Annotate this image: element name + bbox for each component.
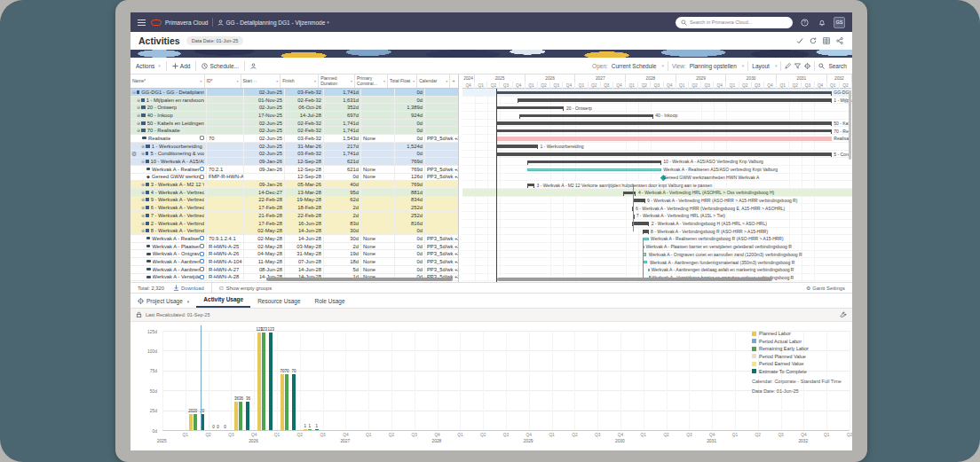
expand-icon[interactable]: ⊕ [141,221,145,226]
expand-icon[interactable]: ⊕ [141,228,145,233]
expand-icon[interactable]: ⊕ [141,144,145,149]
table-horizontal-scrollbar[interactable] [266,278,453,281]
gantt-bar[interactable] [496,137,832,141]
histogram-bar[interactable] [246,402,249,430]
share-icon[interactable] [836,37,843,44]
histogram-bar[interactable] [234,402,238,430]
table-row[interactable]: ⊕9 - Werkvak A - Verbreding H...22-Feb-2… [130,197,459,205]
expand-icon[interactable]: ⊕ [141,182,145,187]
gantt-bar[interactable] [527,168,661,171]
table-row[interactable]: ⊕1 - Werkvoorbereiding02-Jun-2531-Mar-26… [130,143,459,151]
table-row[interactable]: Werkvak A - Realisere...70.9.1.2.4.102-M… [130,235,459,243]
table-row[interactable]: Werkvak A - Aanbren...R-HWN-A-2708-Jun-2… [130,266,459,274]
chat-icon[interactable] [200,136,204,140]
gantt-bar[interactable] [496,153,832,155]
help-button[interactable]: ? [798,16,810,28]
table-row[interactable]: Realisatie7002-Jun-2503-Feb-321,543dNone… [130,135,459,143]
histogram-bar[interactable] [269,333,273,430]
tab-activity-usage[interactable]: Activity Usage [196,294,250,308]
user-avatar[interactable]: GS [834,17,845,28]
table-row[interactable]: ⊖GG-DG1 - GG - Detailplanning DG1 -...02… [130,89,459,97]
expand-icon[interactable]: ⊕ [141,213,145,218]
view-select[interactable]: Planning opstellen [690,63,737,69]
histogram-bar[interactable] [281,374,284,430]
search-icon[interactable] [818,63,825,69]
grid-icon[interactable] [823,37,830,44]
gantt-bar[interactable] [643,238,649,240]
tab-resource-usage[interactable]: Resource Usage [250,295,307,308]
gantt-bar[interactable] [648,269,650,271]
gantt-bar[interactable] [527,161,661,163]
gantt-bar[interactable] [527,184,534,186]
download-button[interactable]: Download [173,285,204,291]
expand-icon[interactable]: ⊕ [137,113,140,118]
gantt-search-label[interactable]: Search [828,63,847,69]
project-context-switcher[interactable]: GG - Detailplanning DG1 - Vijzenmode [225,20,325,26]
global-search-input[interactable]: Search in Primavera Cloud... [676,17,793,28]
chat-icon[interactable] [200,259,204,263]
filter-icon[interactable] [794,63,801,69]
gantt-bar[interactable] [518,98,832,101]
table-row[interactable]: ⊕2 - Werkvak A - Verbindingsb...17-Feb-2… [130,220,459,228]
notifications-button[interactable] [816,16,828,28]
wrench-icon[interactable] [840,311,847,318]
table-row[interactable]: ⊕6 - Werkvak A - Verbreding H...17-Feb-2… [130,204,459,212]
table-row[interactable]: ⊕8 - Werkvak A - Verbindingsb...02-May-2… [130,227,459,235]
gantt-bar[interactable] [643,230,649,232]
row-gear-icon[interactable]: ⚙ [131,151,137,158]
gantt-bar[interactable] [632,222,649,224]
column-header-primary-constrai-[interactable]: Primary Constrai...▾ [355,74,388,88]
baseline-button[interactable] [245,60,262,71]
check-icon[interactable] [796,37,803,44]
column-header-id[interactable]: ID*▾ [205,74,241,88]
table-row[interactable]: Werkvak A - Aanbren...R-HWN-A-10411-May-… [130,258,459,266]
table-row[interactable]: Werkvak A - Realiseren ...70.2.109-Jan-2… [130,166,459,174]
histogram-bar[interactable] [308,429,312,430]
expand-icon[interactable]: ⊕ [137,98,140,103]
histogram-bar[interactable] [257,333,261,430]
table-row[interactable]: ⊕1 - Mijlpalen en randvoorwaarden01-Nov-… [130,97,459,105]
gantt-bar[interactable] [643,253,646,255]
chat-icon[interactable] [200,275,204,279]
gantt-settings-button[interactable]: ⚙Gantt Settings [806,286,845,291]
table-row[interactable]: ⊕20 - Ontwerp02-Jun-2506-Oct-26352d1,389… [130,104,459,112]
chat-icon[interactable] [200,236,204,240]
add-button[interactable]: Add [167,60,196,71]
expand-icon[interactable]: ⊕ [137,121,140,126]
histogram-bar[interactable] [239,402,242,430]
expand-icon[interactable]: ⊕ [137,105,140,110]
table-row[interactable]: ⊕3 - Werkvak A - M2 12 Verko...09-Jan-26… [130,181,459,189]
column-header-start[interactable]: Start ↑↓▾ [241,74,281,88]
tab-project-usage[interactable]: Project Usage▾ [130,295,196,308]
histogram-bar[interactable] [262,333,265,430]
gantt-horizontal-scrollbar[interactable] [497,278,772,281]
expand-icon[interactable]: ⊕ [141,197,145,202]
table-row[interactable]: ⊖10 - Werkvak A - A15/ASO ver...09-Jan-2… [130,158,459,166]
layout-button[interactable]: Layout [752,63,770,69]
refresh-icon[interactable] [810,37,817,44]
table-row[interactable]: Werkvak A - Ontgrav...R-HWN-A-2604-May-2… [130,250,459,258]
table-row[interactable]: ⊕50 - Kabels en Leidingen02-Jun-2502-Feb… [130,120,459,128]
expand-icon[interactable]: ⊕ [137,128,140,133]
table-row[interactable]: ⊕7 - Werkvak A - Verbreding H...21-Feb-2… [130,212,459,220]
column-header-total-float[interactable]: Total Float▾ [388,74,417,88]
expand-icon[interactable]: ⊕ [141,151,145,156]
chat-icon[interactable] [200,267,204,271]
expand-icon[interactable]: ⊖ [132,90,136,95]
schedule-button[interactable]: Schedule... [196,60,244,71]
actions-button[interactable]: Actions▾ [130,60,166,71]
expand-icon[interactable]: ⊕ [141,205,145,210]
table-row[interactable]: Werkvak A - Plaatsen...R-HWN-A-2502-May-… [130,243,459,251]
gantt-bar[interactable] [496,91,832,94]
show-empty-groups-toggle[interactable]: ∅Show empty groups [219,286,272,291]
gantt-bar[interactable] [496,145,538,147]
tab-role-usage[interactable]: Role Usage [308,295,352,308]
histogram-bar[interactable] [292,374,296,430]
expand-icon[interactable]: ⊖ [141,159,145,164]
histogram-bar[interactable] [285,374,288,430]
histogram-bar[interactable] [189,414,193,430]
chat-icon[interactable] [200,252,204,256]
column-header-name[interactable]: Name*▾ [130,74,205,88]
table-row[interactable]: ⊕70 - Realisatie02-Jun-2502-Feb-321,741d… [130,127,459,135]
hamburger-menu-icon[interactable] [138,20,146,26]
